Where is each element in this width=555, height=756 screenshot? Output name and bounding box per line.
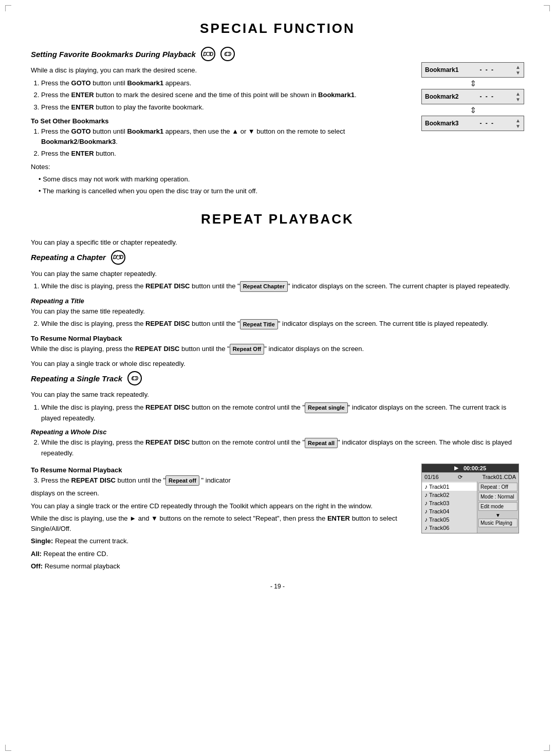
repeat-single-indicator: Repeat single: [305, 402, 348, 413]
repeat-title-indicator: Repeat Title: [240, 319, 278, 330]
corner-tl: [5, 5, 11, 11]
resume-cd-step-3: Press the REPEAT DISC button until the "…: [41, 475, 411, 486]
single-track-heading: Repeating a Single Track CD: [31, 371, 524, 385]
cd-current-track: Track01.CDA: [482, 474, 516, 481]
bookmark-arrow-1: ⇕: [421, 79, 524, 88]
bookmark-step-2: Press the ENTER button to mark the desir…: [41, 90, 411, 100]
bookmark-arrow-2: ⇕: [421, 105, 524, 115]
other-bookmarks-title: To Set Other Bookmarks: [31, 117, 411, 125]
track-item-5: ♪ Track05: [422, 515, 477, 524]
other-bookmark-step-1: Press the GOTO button until Bookmark1 ap…: [41, 126, 411, 146]
single-track-steps: While the disc is playing, press the REP…: [41, 402, 524, 423]
bookmark-intro: While a disc is playing, you can mark th…: [31, 65, 411, 76]
notes-label: Notes:: [31, 162, 411, 172]
chapter-heading: Repeating a Chapter DVD: [31, 250, 524, 265]
track-item-2: ♪ Track02: [422, 491, 477, 499]
bookmark-main-text: Setting Favorite Bookmarks During Playba…: [31, 47, 411, 198]
cd-icon-2: CD: [127, 371, 142, 385]
note-2: The marking is cancelled when you open t…: [39, 186, 411, 196]
note-1: Some discs may not work with marking ope…: [39, 174, 411, 185]
all-option: All: Repeat the entire CD.: [31, 549, 411, 559]
bookmark1-item: Bookmark1 - - - ▲▼: [421, 62, 524, 78]
toolkit-intro: You can play a single track or the entir…: [31, 501, 411, 511]
cd-display: ▶ 00:00:25 01/16 ⟳ Track01.CDA ♪ Track01…: [421, 464, 519, 533]
bookmark-step-3: Press the ENTER button to play the favor…: [41, 102, 411, 113]
repeat-chapter-indicator: Repeat Chapter: [240, 281, 288, 292]
music-note-3: ♪: [424, 500, 428, 507]
cd-time: 00:00:25: [464, 465, 486, 471]
bookmark2-item: Bookmark2 - - - ▲▼: [421, 89, 524, 104]
chapter-step-1: While the disc is playing, press the REP…: [41, 281, 524, 292]
title-repeat-heading: Repeating a Title: [31, 297, 524, 305]
other-bookmark-step-2: Press the ENTER button.: [41, 149, 411, 159]
single-track-step-1: While the disc is playing, press the REP…: [41, 402, 524, 423]
section1-title: SPECIAL FUNCTION: [31, 21, 524, 36]
cd-mode-status: Mode : Normal: [478, 492, 517, 501]
resume-cd-cont: displays on the screen.: [31, 488, 411, 499]
bookmark-side-panel: Bookmark1 - - - ▲▼ ⇕ Bookmark2 - - - ▲▼ …: [421, 47, 524, 132]
cd-tracks-list: ♪ Track01 ♪ Track02 ♪ Track03 ♪ Track04: [422, 482, 477, 533]
section2-title: REPEAT PLAYBACK: [31, 211, 524, 227]
cd-toolkit-panel: ▶ 00:00:25 01/16 ⟳ Track01.CDA ♪ Track01…: [421, 461, 524, 533]
music-note-4: ♪: [424, 508, 428, 515]
cd-icon: CD: [220, 47, 235, 61]
title-step-2: While the disc is playing, press the REP…: [41, 319, 524, 329]
cd-down-arrow: ▼: [478, 512, 517, 519]
chapter-steps: While the disc is playing, press the REP…: [41, 281, 524, 292]
dvd-icon-2: DVD: [111, 250, 125, 265]
resume-cd-steps: Press the REPEAT DISC button until the "…: [41, 475, 411, 486]
cd-music-playing: Music Playing: [478, 519, 517, 527]
single-track-desc: You can play the same track repeatedly.: [31, 390, 524, 400]
page-number: - 19 -: [31, 582, 524, 591]
off-option: Off: Resume normal playback: [31, 561, 411, 571]
single-track-intro: You can play a single track or whole dis…: [31, 359, 524, 369]
cd-track-counter: 01/16: [424, 474, 439, 481]
resume-dvd-step: While the disc is playing, press the REP…: [31, 344, 524, 355]
cd-repeat-status: Repeat : Off: [478, 483, 517, 491]
bookmark3-item: Bookmark3 - - - ▲▼: [421, 116, 524, 131]
corner-tr: [544, 5, 550, 11]
cd-track-info-row: 01/16 ⟳ Track01.CDA: [422, 472, 519, 482]
notes-list: Some discs may not work with marking ope…: [39, 174, 411, 196]
corner-br: [544, 745, 550, 751]
repeat-off-indicator: Repeat Off: [230, 344, 265, 355]
music-note-1: ♪: [424, 483, 428, 490]
cd-edit-mode: Edit mode: [478, 502, 517, 511]
cd-header: ▶ 00:00:25: [422, 464, 519, 472]
resume-cd-main: To Resume Normal Playback Press the REPE…: [31, 461, 411, 574]
track-item-3: ♪ Track03: [422, 499, 477, 507]
toolkit-nav: While the disc is playing, use the ► and…: [31, 513, 411, 533]
title-repeat-steps: While the disc is playing, press the REP…: [41, 319, 524, 329]
other-bookmark-steps: Press the GOTO button until Bookmark1 ap…: [41, 126, 411, 159]
music-note-6: ♪: [424, 524, 428, 531]
dvd-icon: DVD: [201, 47, 215, 61]
track-item-1: ♪ Track01: [422, 483, 477, 491]
chapter-desc: You can play the same chapter repeatedly…: [31, 269, 524, 279]
repeat-all-indicator: Repeat all: [305, 438, 338, 449]
bookmark-steps: Press the GOTO button until Bookmark1 ap…: [41, 78, 411, 113]
resume-cd-block: To Resume Normal Playback Press the REPE…: [31, 461, 524, 574]
resume-cd-heading: To Resume Normal Playback: [31, 466, 411, 474]
whole-disc-steps: While the disc is playing, press the REP…: [41, 437, 524, 458]
whole-disc-step-2: While the disc is playing, press the REP…: [41, 437, 524, 458]
corner-bl: [5, 745, 11, 751]
cd-repeat-icon: ⟳: [458, 474, 462, 481]
single-option: Single: Repeat the current track.: [31, 536, 411, 546]
repeat-intro: You can play a specific title or chapter…: [31, 237, 524, 248]
music-note-2: ♪: [424, 491, 428, 499]
repeat-off-cd-indicator: Repeat off: [165, 475, 199, 486]
bookmark-heading: Setting Favorite Bookmarks During Playba…: [31, 47, 411, 61]
music-note-5: ♪: [424, 516, 428, 523]
track-item-4: ♪ Track04: [422, 507, 477, 515]
cd-right-panel: Repeat : Off Mode : Normal Edit mode ▼ M…: [477, 482, 519, 533]
title-repeat-desc: You can play the same title repeatedly.: [31, 306, 524, 317]
bookmark-content-block: Setting Favorite Bookmarks During Playba…: [31, 47, 524, 198]
bookmark-step-1: Press the GOTO button until Bookmark1 ap…: [41, 78, 411, 88]
cd-play-icon: ▶: [454, 465, 458, 471]
whole-disc-heading: Repeating a Whole Disc: [31, 428, 524, 436]
cd-tracks-panel: ♪ Track01 ♪ Track02 ♪ Track03 ♪ Track04: [422, 482, 519, 533]
resume-dvd-heading: To Resume Normal Playback: [31, 335, 524, 342]
track-item-6: ♪ Track06: [422, 524, 477, 532]
